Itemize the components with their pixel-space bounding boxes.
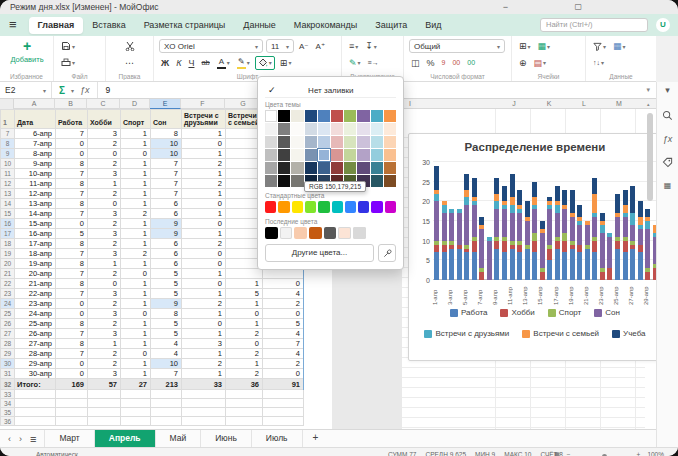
cell[interactable]: 2 [88,359,121,369]
cell[interactable] [56,408,88,417]
cell[interactable] [56,399,88,408]
color-swatch[interactable] [357,110,369,122]
column-header-M[interactable]: M [603,99,635,109]
cell[interactable]: 7 [263,339,304,349]
chart-bar[interactable] [502,186,507,280]
color-swatch[interactable] [371,110,383,122]
cell[interactable]: 4 [263,329,304,339]
cell[interactable]: 3 [88,169,121,179]
cell[interactable]: 25-апр [15,319,56,329]
sheet-tab-Июль[interactable]: Июль [252,430,303,447]
cell[interactable]: 0 [88,149,121,159]
cell[interactable]: 2 [121,249,151,259]
wrap-text-button[interactable]: ≡→ [366,56,381,70]
cell[interactable]: 5 [56,229,88,239]
chart-bar[interactable] [472,178,477,280]
cell[interactable]: 0 [121,149,151,159]
cell[interactable]: 3 [88,309,121,319]
color-swatch[interactable] [265,227,278,239]
column-header-C[interactable]: C [87,99,120,109]
chart-bar[interactable] [442,201,447,280]
filter-button[interactable]: ▾ [591,39,608,53]
sheet-tab-Июнь[interactable]: Июнь [201,430,252,447]
row-header[interactable]: 17 [1,229,15,239]
column-header-B[interactable]: B [55,99,87,109]
cell[interactable]: 2 [182,359,226,369]
row-header[interactable]: 20 [1,259,15,269]
row-header[interactable]: 23 [1,289,15,299]
cell[interactable]: 2 [121,209,151,219]
cell[interactable] [15,408,56,417]
insert-row-button[interactable]: ▦▾ [536,39,553,53]
tag-icon[interactable] [662,157,673,168]
cell[interactable]: 10-апр [15,169,56,179]
row-header[interactable]: 7 [1,129,15,139]
menu-tab-Вид[interactable]: Вид [416,17,450,34]
cell[interactable]: 1 [121,259,151,269]
color-swatch[interactable] [278,123,290,135]
cell[interactable]: 8 [56,279,88,289]
highlight-button[interactable]: ✎▾ [235,56,252,70]
chart-bar[interactable] [555,186,560,280]
cell[interactable]: 1 [121,189,151,199]
cell[interactable] [56,390,88,399]
cell[interactable]: 1 [182,289,226,299]
row-header[interactable]: 1 [1,110,15,129]
column-header-D[interactable]: D [120,99,150,109]
fill-down-button[interactable]: ↧▾ [363,39,379,53]
cell[interactable] [15,390,56,399]
cell[interactable]: 0 [263,279,304,289]
row-header[interactable]: 18 [1,239,15,249]
chart-bar[interactable] [607,233,612,280]
color-swatch[interactable] [291,136,303,148]
cell[interactable] [88,399,121,408]
chart-bar[interactable] [540,221,545,280]
color-swatch[interactable] [292,201,303,213]
color-swatch[interactable] [278,136,290,148]
fill-color-button[interactable]: ▾ [255,56,275,70]
cell[interactable]: 91 [263,379,304,390]
row-header[interactable]: 33 [1,390,15,399]
cell[interactable]: 1 [182,189,226,199]
color-swatch[interactable] [358,201,369,213]
menu-tab-Вставка[interactable]: Вставка [83,17,134,34]
cell[interactable]: 8 [56,199,88,209]
cell[interactable]: 12-апр [15,189,56,199]
collapse-formula-bar-icon[interactable]: ▾ [646,86,650,94]
color-swatch[interactable] [291,162,303,174]
cell[interactable]: 5 [226,289,263,299]
cell[interactable]: 6 [151,259,182,269]
minimize-icon[interactable]: − [503,1,508,13]
color-swatch[interactable] [265,149,277,161]
menu-tab-Защита[interactable]: Защита [366,17,416,34]
color-swatch[interactable] [384,123,396,135]
cell[interactable]: 27-апр [15,339,56,349]
font-name-select[interactable]: XO Oriel▾ [159,39,263,53]
color-swatch[interactable] [278,110,290,122]
cell[interactable] [15,417,56,426]
cell[interactable]: 2 [263,299,304,309]
cell[interactable]: 22-апр [15,289,56,299]
chart-bar[interactable] [547,197,552,280]
cell[interactable]: Итого: [15,379,56,390]
cell[interactable]: 7 [56,189,88,199]
cell[interactable]: Работа [56,110,88,129]
chart-bar[interactable] [600,213,605,280]
cell[interactable]: 15-апр [15,219,56,229]
cell[interactable]: 23-апр [15,299,56,309]
borders-button[interactable]: ⊞▾ [278,56,294,70]
cell[interactable]: 1 [88,179,121,189]
cell[interactable]: 0 [121,269,151,279]
cell[interactable]: 1 [121,179,151,189]
align-button[interactable]: ≡▾ [347,39,360,53]
zoom-out-icon[interactable]: − [567,448,571,456]
cell[interactable]: 2 [88,219,121,229]
sum-button[interactable]: Σ [59,85,65,96]
color-swatch[interactable] [294,227,307,239]
cell[interactable]: 5 [151,279,182,289]
cell[interactable]: 21-апр [15,279,56,289]
color-swatch[interactable] [318,162,330,174]
chart-bar[interactable] [479,217,484,280]
cell[interactable]: 2 [182,159,226,169]
color-swatch[interactable] [344,123,356,135]
